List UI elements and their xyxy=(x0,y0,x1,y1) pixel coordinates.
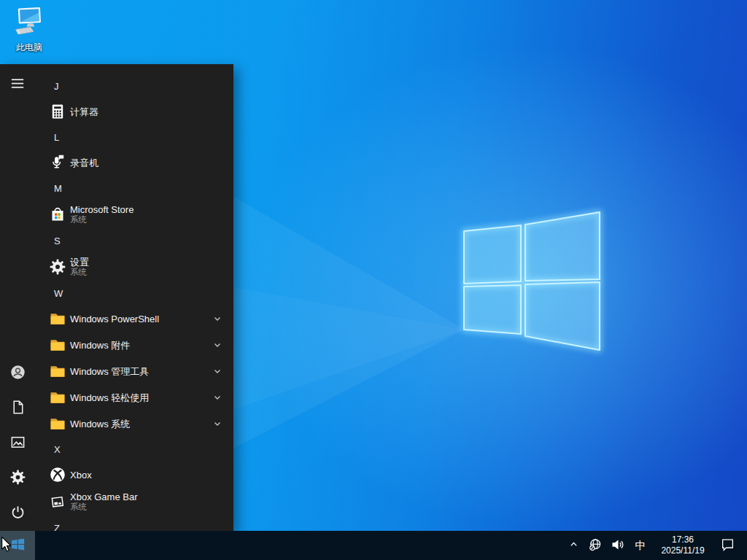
folder-item-windows-admin-tools[interactable]: Windows 管理工具 xyxy=(35,358,233,384)
folder-icon xyxy=(49,415,66,432)
start-menu-app-list: J计算器L录音机MMicrosoft Store系统S设置系统WWindows … xyxy=(35,64,233,531)
section-letter: Z xyxy=(54,523,60,532)
folder-item-windows-powershell[interactable]: Windows PowerShell xyxy=(35,306,233,332)
settings-gear-icon xyxy=(49,258,66,276)
voice-recorder-icon xyxy=(49,154,66,171)
app-sublabel: 系统 xyxy=(70,502,138,512)
folder-item-windows-system[interactable]: Windows 系统 xyxy=(35,411,233,437)
section-letter: W xyxy=(54,288,63,299)
microsoft-store-icon xyxy=(49,206,66,223)
power-button[interactable] xyxy=(0,496,35,531)
app-item-xbox-game-bar[interactable]: Xbox Game Bar系统 xyxy=(35,488,233,516)
chevron-down-icon xyxy=(212,339,223,351)
hamburger-icon xyxy=(9,75,26,94)
app-item-xbox[interactable]: Xbox xyxy=(35,462,233,488)
desktop-icon-this-pc[interactable]: 此电脑 xyxy=(6,6,53,54)
windows-start-icon xyxy=(9,536,26,555)
chevron-down-icon xyxy=(212,392,223,403)
user-icon xyxy=(9,364,26,383)
app-label: Windows 管理工具 xyxy=(70,366,149,377)
settings-button[interactable] xyxy=(0,461,35,496)
app-item-voice-recorder[interactable]: 录音机 xyxy=(35,149,233,176)
user-account-button[interactable] xyxy=(0,356,35,391)
documents-button[interactable] xyxy=(0,391,35,426)
app-label: Windows 附件 xyxy=(70,340,130,351)
folder-item-windows-accessories[interactable]: Windows 附件 xyxy=(35,332,233,358)
folder-icon xyxy=(49,389,66,406)
pictures-button[interactable] xyxy=(0,426,35,461)
app-sublabel: 系统 xyxy=(70,215,133,225)
document-icon xyxy=(9,399,26,418)
start-button[interactable] xyxy=(0,531,35,560)
clock-time: 17:36 xyxy=(672,534,694,545)
network-offline-icon xyxy=(589,538,602,553)
section-letter: S xyxy=(54,236,61,246)
action-center-button[interactable] xyxy=(716,531,738,560)
system-tray: 中 17:36 2025/11/19 xyxy=(565,531,747,560)
section-header-X[interactable]: X xyxy=(35,437,233,462)
section-header-W[interactable]: W xyxy=(35,281,233,306)
desktop-icon-label: 此电脑 xyxy=(6,42,53,54)
taskbar: 中 17:36 2025/11/19 xyxy=(0,531,747,560)
chevron-down-icon xyxy=(212,365,223,377)
folder-icon xyxy=(49,336,66,354)
section-letter: L xyxy=(54,132,59,143)
show-hidden-icons-button[interactable] xyxy=(565,531,581,560)
app-label: Microsoft Store xyxy=(70,204,133,215)
xbox-game-bar-icon xyxy=(49,493,66,510)
app-item-microsoft-store[interactable]: Microsoft Store系统 xyxy=(35,201,233,228)
section-header-S[interactable]: S xyxy=(35,228,233,253)
chevron-down-icon xyxy=(212,313,223,324)
section-letter: J xyxy=(54,81,59,92)
volume-icon xyxy=(611,538,624,553)
app-label: Xbox xyxy=(70,470,92,481)
start-menu-rail xyxy=(0,64,35,531)
clock-date: 2025/11/19 xyxy=(661,545,704,556)
app-label: Xbox Game Bar xyxy=(70,491,138,502)
app-item-settings[interactable]: 设置系统 xyxy=(35,253,233,281)
app-label: 设置 xyxy=(70,257,89,268)
folder-icon xyxy=(49,310,66,327)
pictures-icon xyxy=(9,434,26,453)
app-label: 录音机 xyxy=(70,158,98,168)
section-header-L[interactable]: L xyxy=(35,125,233,149)
app-label: Windows 轻松使用 xyxy=(70,392,149,403)
app-label: Windows 系统 xyxy=(70,419,130,429)
gear-icon xyxy=(9,469,26,488)
app-label: Windows PowerShell xyxy=(70,314,159,324)
this-pc-icon xyxy=(12,28,47,40)
section-header-J[interactable]: J xyxy=(35,74,233,98)
ime-indicator[interactable]: 中 xyxy=(632,531,649,560)
start-menu: J计算器L录音机MMicrosoft Store系统S设置系统WWindows … xyxy=(0,64,233,531)
app-sublabel: 系统 xyxy=(70,268,89,277)
network-status-button[interactable] xyxy=(587,531,604,560)
app-label: 计算器 xyxy=(70,106,98,117)
section-letter: X xyxy=(54,444,61,455)
calculator-icon xyxy=(49,103,66,120)
volume-button[interactable] xyxy=(609,531,627,560)
section-header-M[interactable]: M xyxy=(35,176,233,201)
app-item-calculator[interactable]: 计算器 xyxy=(35,98,233,125)
xbox-icon xyxy=(49,466,66,483)
chevron-up-icon xyxy=(569,540,578,551)
folder-icon xyxy=(49,362,66,380)
folder-item-windows-ease-of-access[interactable]: Windows 轻松使用 xyxy=(35,384,233,411)
expand-menu-button[interactable] xyxy=(0,67,35,102)
section-header-Z[interactable]: Z xyxy=(35,516,233,531)
taskbar-clock[interactable]: 17:36 2025/11/19 xyxy=(654,531,711,560)
section-letter: M xyxy=(54,183,62,194)
action-center-icon xyxy=(721,537,735,553)
power-icon xyxy=(9,504,26,523)
chevron-down-icon xyxy=(212,418,223,429)
